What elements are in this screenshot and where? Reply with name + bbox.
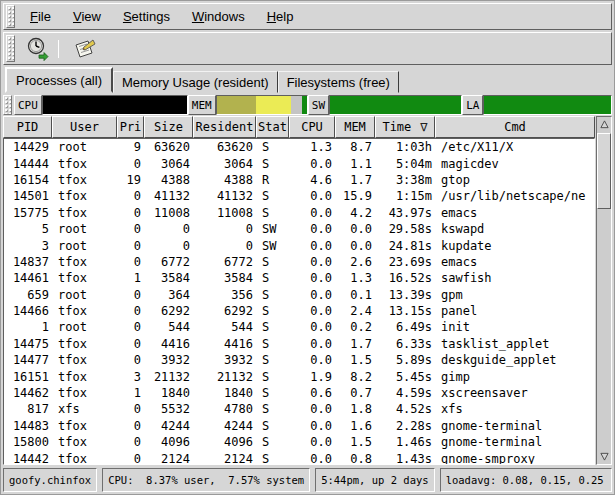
table-row[interactable]: 16151tfox32113221132S1.98.25.45sgimp [4, 368, 594, 384]
cell-size: 6772 [145, 255, 194, 269]
menu-item-view[interactable]: View [65, 7, 109, 26]
monitor-graph-la [483, 95, 612, 115]
status-panel-cpu-usage: CPU: 8.37% user, 7.57% system [102, 468, 310, 492]
clock-run-icon[interactable] [22, 35, 54, 62]
table-row[interactable]: 14429root96362063620S1.38.71:03h/etc/X11… [4, 139, 594, 155]
column-header-size[interactable]: Size [144, 116, 193, 138]
cell-pri: 1 [118, 386, 145, 400]
cell-pri: 0 [118, 402, 145, 416]
tab-processes-all[interactable]: Processes (all) [5, 67, 113, 93]
column-header-time[interactable]: Time∇ [375, 116, 435, 138]
column-header-label: Stat [258, 120, 287, 134]
menu-item-file[interactable]: File [22, 7, 59, 26]
scroll-up-button[interactable] [597, 117, 611, 132]
column-header-pri[interactable]: Pri [117, 116, 144, 138]
cell-cmd: kswapd [436, 222, 594, 236]
cell-cpu: 0.0 [290, 419, 336, 433]
cell-cmd: gnome-terminal [436, 435, 594, 449]
table-row[interactable]: 14501tfox04113241132S0.015.91:15m/usr/li… [4, 188, 594, 204]
scrollbar-thumb[interactable] [597, 133, 611, 209]
table-row[interactable]: 16154tfox1943884388R4.61.73:38mgtop [4, 172, 594, 188]
cell-size: 5532 [145, 402, 194, 416]
table-row[interactable]: 14837tfox067726772S0.02.623.69semacs [4, 254, 594, 270]
column-header-user[interactable]: User [52, 116, 117, 138]
monitor-label-la[interactable]: LA [462, 95, 483, 115]
cell-mem: 1.7 [336, 337, 376, 351]
cell-pid: 1 [4, 320, 53, 334]
summary-drag-handle[interactable] [3, 95, 12, 115]
table-row[interactable]: 659root0364356S0.00.113.39sgpm [4, 287, 594, 303]
cell-cmd: sawfish [436, 271, 594, 285]
column-header-cpu[interactable]: CPU [289, 116, 335, 138]
table-row[interactable]: 14444tfox030643064S0.01.15:04mmagicdev [4, 155, 594, 171]
monitor-label-cpu[interactable]: CPU [14, 95, 42, 115]
cell-time: 23.69s [376, 255, 436, 269]
cell-stat: S [257, 271, 290, 285]
menu-item-windows[interactable]: Windows [184, 7, 253, 26]
cell-time: 3:38m [376, 173, 436, 187]
cell-cmd: gimp [436, 370, 594, 384]
monitor-cpu: CPU [14, 95, 188, 115]
cell-cpu: 0.0 [290, 304, 336, 318]
cell-resident: 3584 [194, 271, 257, 285]
cell-pri: 3 [118, 370, 145, 384]
tab-memory-usage-resident[interactable]: Memory Usage (resident) [113, 71, 278, 93]
table-row[interactable]: 15775tfox01100811008S0.04.243.97semacs [4, 205, 594, 221]
cell-stat: S [257, 157, 290, 171]
note-edit-icon[interactable] [68, 35, 100, 62]
vertical-scrollbar[interactable] [596, 116, 612, 465]
cell-cpu: 0.0 [290, 452, 336, 465]
menubar-drag-handle[interactable] [6, 5, 15, 28]
cell-stat: R [257, 173, 290, 187]
table-row[interactable]: 5root000SW0.00.029.58skswapd [4, 221, 594, 237]
cell-user: tfox [53, 206, 118, 220]
monitor-label-sw[interactable]: SW [308, 95, 329, 115]
table-row[interactable]: 3root000SW0.00.024.81skupdate [4, 237, 594, 253]
table-row[interactable]: 817xfs055324780S0.01.84.52sxfs [4, 401, 594, 417]
menu-item-help[interactable]: Help [259, 7, 302, 26]
column-header-label: Size [154, 120, 183, 134]
toolbar-drag-handle[interactable] [6, 35, 15, 62]
cell-user: tfox [53, 271, 118, 285]
cell-resident: 4416 [194, 337, 257, 351]
table-row[interactable]: 14475tfox044164416S0.01.76.33stasklist_a… [4, 336, 594, 352]
table-row[interactable]: 1root0544544S0.00.26.49sinit [4, 319, 594, 335]
column-header-cmd[interactable]: Cmd [435, 116, 595, 138]
cell-pid: 14462 [4, 386, 53, 400]
cell-pid: 5 [4, 222, 53, 236]
cell-cpu: 0.0 [290, 157, 336, 171]
cell-cpu: 0.0 [290, 353, 336, 367]
tab-filesystems-free[interactable]: Filesystems (free) [278, 71, 399, 93]
cell-pri: 0 [118, 157, 145, 171]
table-row[interactable]: 14462tfox118401840S0.60.74.59sxscreensav… [4, 385, 594, 401]
column-header-pid[interactable]: PID [3, 116, 52, 138]
cell-pri: 0 [118, 419, 145, 433]
menu-item-settings[interactable]: Settings [115, 7, 178, 26]
cell-cpu: 0.0 [290, 402, 336, 416]
cell-stat: S [257, 353, 290, 367]
column-header-mem[interactable]: MEM [335, 116, 375, 138]
cell-size: 0 [145, 239, 194, 253]
cell-time: 16.52s [376, 271, 436, 285]
table-row[interactable]: 14461tfox135843584S0.01.316.52ssawfish [4, 270, 594, 286]
table-row[interactable]: 15800tfox040964096S0.01.51.46sgnome-term… [4, 434, 594, 450]
status-bar: goofy.chinfoxCPU: 8.37% user, 7.57% syst… [3, 468, 612, 492]
table-row[interactable]: 14477tfox039323932S0.01.55.89sdeskguide_… [4, 352, 594, 368]
scrollbar-track[interactable] [597, 132, 611, 449]
table-row[interactable]: 14442tfox021242124S0.00.81.43sgnome-smpr… [4, 450, 594, 465]
process-table-main: PIDUserPriSizeResidentStatCPUMEMTime∇Cmd… [3, 116, 595, 465]
table-row[interactable]: 14483tfox042444244S0.01.62.28sgnome-term… [4, 418, 594, 434]
table-row[interactable]: 14466tfox062926292S0.02.413.15spanel [4, 303, 594, 319]
column-header-resident[interactable]: Resident [193, 116, 256, 138]
monitor-label-mem[interactable]: MEM [188, 95, 216, 115]
cell-mem: 15.9 [336, 189, 376, 203]
cell-pid: 14501 [4, 189, 53, 203]
cell-size: 4096 [145, 435, 194, 449]
scroll-down-button[interactable] [597, 449, 611, 464]
column-header-label: Cmd [504, 120, 526, 134]
cell-pid: 14461 [4, 271, 53, 285]
cell-mem: 1.3 [336, 271, 376, 285]
menu-bar: FileViewSettingsWindowsHelp [3, 3, 612, 30]
cell-pid: 15800 [4, 435, 53, 449]
column-header-stat[interactable]: Stat [256, 116, 289, 138]
